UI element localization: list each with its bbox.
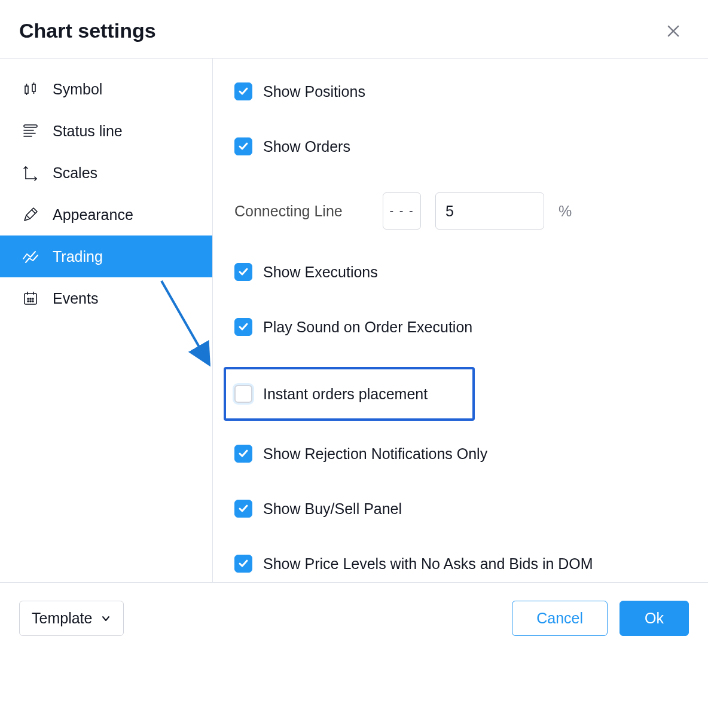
pencil-icon xyxy=(22,206,39,224)
sidebar: Symbol Status line Scales Appearance Tra… xyxy=(0,59,213,582)
svg-point-19 xyxy=(32,298,33,299)
close-button[interactable] xyxy=(663,20,684,42)
label-connecting-line: Connecting Line xyxy=(234,203,368,220)
ok-button[interactable]: Ok xyxy=(620,601,689,636)
sidebar-item-symbol[interactable]: Symbol xyxy=(0,68,212,110)
sidebar-item-label: Trading xyxy=(53,248,103,265)
label-percent: % xyxy=(559,203,572,220)
row-show-positions: Show Positions xyxy=(234,82,686,100)
sidebar-item-trading[interactable]: Trading xyxy=(0,235,212,277)
sidebar-item-label: Status line xyxy=(53,123,123,140)
label-play-sound: Play Sound on Order Execution xyxy=(263,319,472,336)
trading-icon xyxy=(22,247,39,265)
svg-point-22 xyxy=(32,301,33,302)
dialog-body: Symbol Status line Scales Appearance Tra… xyxy=(0,59,708,582)
connecting-line-value-input[interactable] xyxy=(435,192,544,230)
lines-icon xyxy=(22,122,39,140)
checkbox-show-price-levels[interactable] xyxy=(234,555,252,573)
checkbox-show-rejection[interactable] xyxy=(234,445,252,463)
svg-point-18 xyxy=(30,298,31,299)
label-show-executions: Show Executions xyxy=(263,264,378,281)
axes-icon xyxy=(22,164,39,182)
checkbox-show-executions[interactable] xyxy=(234,263,252,281)
label-show-rejection: Show Rejection Notifications Only xyxy=(263,445,487,463)
svg-rect-3 xyxy=(32,84,35,91)
settings-content: Show Positions Show Orders Connecting Li… xyxy=(213,59,708,582)
checkbox-show-positions[interactable] xyxy=(234,82,252,100)
cancel-button[interactable]: Cancel xyxy=(512,601,608,636)
sidebar-item-events[interactable]: Events xyxy=(0,277,212,319)
label-show-positions: Show Positions xyxy=(263,83,365,100)
svg-point-21 xyxy=(30,301,31,302)
candle-icon xyxy=(22,80,39,98)
sidebar-item-scales[interactable]: Scales xyxy=(0,152,212,194)
sidebar-item-label: Symbol xyxy=(53,81,102,98)
sidebar-item-appearance[interactable]: Appearance xyxy=(0,194,212,235)
row-connecting-line: Connecting Line - - - % xyxy=(234,192,686,230)
template-label: Template xyxy=(32,610,92,627)
footer-actions: Cancel Ok xyxy=(512,601,689,636)
svg-rect-0 xyxy=(25,86,28,93)
svg-point-17 xyxy=(28,298,29,299)
connecting-line-style-select[interactable]: - - - xyxy=(383,192,421,230)
svg-rect-6 xyxy=(24,125,37,127)
close-icon xyxy=(665,23,682,39)
svg-point-20 xyxy=(28,301,29,302)
sidebar-item-label: Appearance xyxy=(53,206,133,224)
svg-line-13 xyxy=(32,210,35,213)
dialog-title: Chart settings xyxy=(19,19,156,42)
label-instant-orders: Instant orders placement xyxy=(263,386,428,403)
calendar-icon xyxy=(22,289,39,307)
sidebar-item-status-line[interactable]: Status line xyxy=(0,110,212,152)
chevron-down-icon xyxy=(100,613,111,624)
checkbox-show-orders[interactable] xyxy=(234,137,252,155)
row-instant-orders-highlighted: Instant orders placement xyxy=(224,367,475,421)
dialog-header: Chart settings xyxy=(0,0,708,59)
label-show-orders: Show Orders xyxy=(263,138,350,155)
svg-line-12 xyxy=(26,215,30,219)
label-show-buy-sell: Show Buy/Sell Panel xyxy=(263,500,402,518)
sidebar-item-label: Scales xyxy=(53,164,97,182)
row-show-rejection: Show Rejection Notifications Only xyxy=(234,445,686,463)
row-show-price-levels: Show Price Levels with No Asks and Bids … xyxy=(234,555,686,573)
label-show-price-levels: Show Price Levels with No Asks and Bids … xyxy=(263,555,593,573)
row-show-buy-sell: Show Buy/Sell Panel xyxy=(234,500,686,518)
sidebar-item-label: Events xyxy=(53,290,98,307)
template-button[interactable]: Template xyxy=(19,601,124,636)
checkbox-instant-orders[interactable] xyxy=(234,385,252,403)
checkbox-show-buy-sell[interactable] xyxy=(234,500,252,518)
row-show-executions: Show Executions xyxy=(234,263,686,281)
row-play-sound: Play Sound on Order Execution xyxy=(234,318,686,336)
dialog-footer: Template Cancel Ok xyxy=(0,582,708,654)
row-show-orders: Show Orders xyxy=(234,137,686,155)
checkbox-play-sound[interactable] xyxy=(234,318,252,336)
